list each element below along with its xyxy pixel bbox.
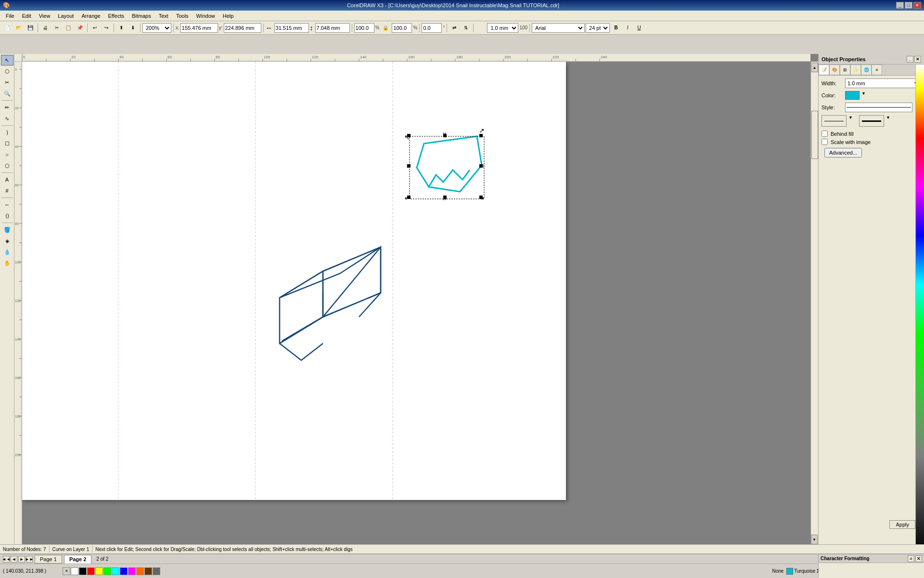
- behind-fill-checkbox[interactable]: [821, 131, 828, 137]
- select-tool-btn[interactable]: ↖: [1, 55, 13, 66]
- menu-edit[interactable]: Edit: [18, 12, 35, 20]
- lock-ratio-btn[interactable]: 🔒: [380, 23, 391, 33]
- effects-tab[interactable]: ✨: [850, 65, 861, 75]
- app-close-btn[interactable]: ✕: [913, 2, 921, 9]
- line-style-btn-1[interactable]: [821, 115, 847, 127]
- outline-tab[interactable]: 📝: [819, 65, 829, 75]
- fill-tab[interactable]: 🎨: [829, 65, 840, 75]
- crop-tool-btn[interactable]: ✂: [1, 77, 13, 88]
- extra-tab[interactable]: ≡: [872, 65, 882, 75]
- menu-help[interactable]: Help: [219, 12, 238, 20]
- copy-btn[interactable]: 📋: [63, 23, 74, 33]
- page-first-btn[interactable]: ◄◄: [3, 556, 10, 563]
- open-btn[interactable]: 📂: [13, 23, 24, 33]
- rectangle-tool-btn[interactable]: ☐: [1, 138, 13, 149]
- zoom-select[interactable]: 200% 100% 50%: [142, 23, 171, 33]
- w-input[interactable]: [274, 23, 309, 33]
- magenta-swatch[interactable]: [128, 567, 136, 575]
- print-btn[interactable]: 🖨: [40, 23, 51, 33]
- bold-btn[interactable]: B: [611, 23, 621, 33]
- freehand-tool-btn[interactable]: ✏: [1, 102, 13, 113]
- text-tool-btn[interactable]: A: [1, 174, 13, 185]
- char-format-close-btn[interactable]: ✕: [915, 555, 922, 562]
- scale-y-input[interactable]: [392, 23, 412, 33]
- transform-tab[interactable]: ⊞: [840, 65, 850, 75]
- menu-window[interactable]: Window: [192, 12, 219, 20]
- save-btn[interactable]: 💾: [25, 23, 36, 33]
- page-next-btn[interactable]: ►: [18, 556, 25, 563]
- smart-fill-btn[interactable]: ⟩: [1, 127, 13, 138]
- y-input[interactable]: [224, 23, 261, 33]
- white-swatch[interactable]: [71, 567, 78, 575]
- apply-button[interactable]: Apply: [889, 520, 915, 529]
- color-gradient-bar[interactable]: [915, 65, 924, 554]
- page-last-btn[interactable]: ►►: [26, 556, 33, 563]
- color-dropdown-btn[interactable]: ▼: [861, 91, 868, 100]
- scale-image-checkbox[interactable]: [821, 139, 828, 145]
- line-style-btn-2[interactable]: [859, 115, 884, 127]
- menu-bitmaps[interactable]: Bitmaps: [128, 12, 155, 20]
- import-btn[interactable]: ⬆: [116, 23, 127, 33]
- shape-tool-btn[interactable]: ⬡: [1, 66, 13, 77]
- app-minimize-btn[interactable]: _: [896, 2, 904, 9]
- dimension-tool-btn[interactable]: ↔: [1, 199, 13, 210]
- eyedropper-btn[interactable]: 💧: [1, 247, 13, 257]
- undo-btn[interactable]: ↩: [90, 23, 100, 33]
- page-tab-1[interactable]: Page 1: [35, 555, 62, 564]
- menu-text[interactable]: Text: [155, 12, 172, 20]
- red-swatch[interactable]: [87, 567, 95, 575]
- polygon-tool-btn[interactable]: ⬡: [1, 160, 13, 171]
- width-select[interactable]: 1.0 mm 0.5 mm 2.0 mm: [845, 79, 921, 88]
- yellow-swatch[interactable]: [95, 567, 103, 575]
- menu-file[interactable]: File: [2, 12, 18, 20]
- black-swatch[interactable]: [79, 567, 87, 575]
- font-size-select[interactable]: 24 pt: [586, 23, 610, 33]
- panel-close-btn[interactable]: ✕: [914, 56, 921, 63]
- export-btn[interactable]: ⬇: [128, 23, 138, 33]
- app-maximize-btn[interactable]: □: [905, 2, 912, 9]
- redo-btn[interactable]: ↪: [101, 23, 112, 33]
- blue-swatch[interactable]: [120, 567, 128, 575]
- orange-swatch[interactable]: [136, 567, 144, 575]
- table-tool-btn[interactable]: #: [1, 185, 13, 196]
- panel-minimize-btn[interactable]: _: [907, 56, 913, 63]
- brown-swatch[interactable]: [144, 567, 152, 575]
- line-width-btn[interactable]: [475, 23, 486, 33]
- menu-layout[interactable]: Layout: [54, 12, 77, 20]
- angle-input[interactable]: [422, 23, 442, 33]
- h-input[interactable]: [315, 23, 350, 33]
- menu-tools[interactable]: Tools: [172, 12, 192, 20]
- scale-x-input[interactable]: [354, 23, 374, 33]
- advanced-button[interactable]: Advanced...: [824, 148, 862, 158]
- zoom-tool-btn[interactable]: 🔍: [1, 88, 13, 99]
- gray-swatch[interactable]: [153, 567, 160, 575]
- x-input[interactable]: [180, 23, 218, 33]
- cyan-swatch[interactable]: [112, 567, 119, 575]
- no-color-swatch[interactable]: ✕: [63, 567, 70, 575]
- underline-btn[interactable]: U: [634, 23, 644, 33]
- outline-tool-btn[interactable]: ◈: [1, 236, 13, 246]
- vertical-scrollbar[interactable]: ▲ ▼: [810, 62, 818, 546]
- ellipse-tool-btn[interactable]: ○: [1, 149, 13, 160]
- menu-view[interactable]: View: [35, 12, 54, 20]
- menu-effects[interactable]: Effects: [104, 12, 128, 20]
- line-dropdown-2[interactable]: ▼: [886, 115, 893, 127]
- green-swatch[interactable]: [103, 567, 111, 575]
- drawing-canvas[interactable]: ↖ ↗ ↙ ↘ ↔ ↔ ↕ ↕: [22, 62, 566, 500]
- connector-tool-btn[interactable]: ⟨⟩: [1, 210, 13, 221]
- line-dropdown-1[interactable]: ▼: [848, 115, 855, 127]
- page-prev-btn[interactable]: ◄: [11, 556, 17, 563]
- cut-btn[interactable]: ✂: [51, 23, 62, 33]
- fill-tool-btn[interactable]: 🪣: [1, 224, 13, 235]
- new-btn[interactable]: 📄: [2, 23, 13, 33]
- mirror-v-btn[interactable]: ⇅: [461, 23, 471, 33]
- font-select[interactable]: Arial: [532, 23, 585, 33]
- style-selector[interactable]: [845, 103, 912, 112]
- italic-btn[interactable]: I: [622, 23, 633, 33]
- color-picker-box[interactable]: [845, 91, 860, 100]
- mirror-h-btn[interactable]: ⇄: [449, 23, 460, 33]
- page-tab-2[interactable]: Page 2: [64, 555, 91, 564]
- bezier-tool-btn[interactable]: ∿: [1, 113, 13, 124]
- char-format-expand-btn[interactable]: ≡: [908, 555, 914, 562]
- paste-btn[interactable]: 📌: [75, 23, 85, 33]
